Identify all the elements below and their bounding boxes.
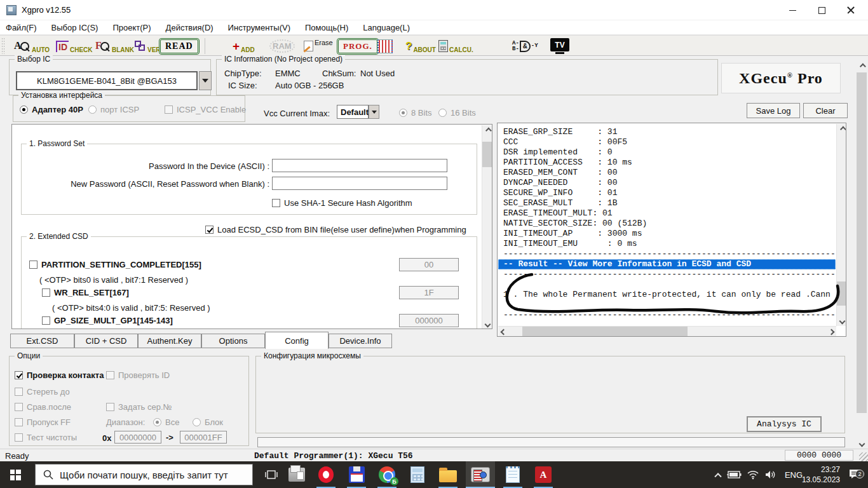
taskbar-icon-acrobat[interactable]: A [529, 461, 558, 488]
range-all-radio[interactable]: Все [153, 417, 179, 427]
taskbar-icon-chrome[interactable]: Б [372, 461, 402, 488]
bits16-radio[interactable]: 16 Bits [438, 108, 476, 118]
erase-button[interactable]: Erase [304, 36, 333, 57]
clean-test-checkbox[interactable]: Тест чистоты [15, 433, 77, 442]
check-button[interactable]: ID CHECK [56, 36, 93, 57]
vcc-dropdown-button[interactable] [369, 105, 379, 119]
new-password-input[interactable] [272, 177, 447, 190]
tray-expand-button[interactable] [710, 461, 726, 488]
analysys-ic-button[interactable]: Analysys IC [747, 416, 822, 432]
scroll-right-button[interactable] [826, 327, 836, 337]
blank-button[interactable]: F BLANK [95, 36, 134, 57]
tab-options[interactable]: Options [201, 334, 265, 348]
auto-button[interactable]: A AUTO [14, 36, 50, 57]
notification-center-button[interactable]: 2 [844, 461, 865, 488]
check-id-checkbox[interactable]: Проверять ID [106, 370, 170, 380]
taskbar-icon-explorer[interactable] [433, 461, 463, 488]
main-vscrollbar[interactable] [857, 61, 867, 449]
logic-gate-button[interactable]: A- B- & -Y [512, 36, 538, 57]
skip-ff-checkbox[interactable]: Пропуск FF [15, 417, 71, 427]
scrollbar-thumb[interactable] [837, 281, 846, 306]
taskbar-icon-calculator[interactable] [403, 461, 432, 488]
gp-size-mult-value[interactable]: 000000 [399, 314, 459, 327]
addr-to-input[interactable]: 000001FF [180, 431, 227, 444]
addr-from-input[interactable]: 00000000 [114, 431, 161, 444]
bits8-radio[interactable]: 8 Bits [399, 108, 432, 118]
vcc-combobox[interactable]: Default [337, 105, 369, 119]
pin-check-checkbox[interactable]: Проверка контакта PIN [15, 370, 120, 380]
close-button[interactable] [836, 0, 865, 20]
menu-actions[interactable]: Действия(D) [166, 23, 214, 32]
range-block-radio[interactable]: Блок [193, 417, 223, 427]
scroll-up-button[interactable] [857, 61, 867, 71]
load-ecsd-checkbox[interactable]: Load ECSD_CSD from BIN file(else user de… [205, 225, 466, 234]
scrollbar-thumb[interactable] [857, 72, 867, 413]
ic-select-combobox[interactable]: KLM8G1GEME-B041_8Bit @BGA153 [16, 71, 198, 90]
partition-setting-checkbox[interactable]: PARTITION_SETTING_COMPLETED[155] [29, 260, 201, 269]
menubar: Файл(F) Выбор IC(S) Проект(P) Действия(D… [0, 20, 868, 35]
maximize-button[interactable] [807, 0, 836, 20]
wr-rel-set-checkbox[interactable]: WR_REL_SET[167] [42, 288, 129, 297]
log-text[interactable]: ERASE_GRP_SIZE : 31 CCC : 00F5 DSR imple… [498, 124, 836, 326]
add-button[interactable]: + ADD [233, 36, 255, 57]
scroll-up-button[interactable] [482, 125, 492, 135]
gp-size-mult-checkbox[interactable]: GP_SIZE_MULT_GP1[145-143] [42, 316, 173, 325]
serial-number-checkbox[interactable]: Задать сер.№ [106, 402, 172, 412]
scroll-down-button[interactable] [482, 319, 492, 329]
resize-grip[interactable] [859, 452, 868, 461]
start-button[interactable] [0, 461, 31, 488]
taskbar-clock[interactable]: 23:27 13.05.2023 [804, 461, 840, 488]
tab-authent-key[interactable]: Authent.Key [138, 334, 201, 348]
chip-test-button[interactable] [377, 36, 393, 57]
scroll-up-button[interactable] [837, 124, 846, 134]
adapter-40p-radio[interactable]: Адаптер 40P [20, 105, 83, 114]
wr-rel-set-value[interactable]: 1F [399, 286, 459, 299]
clear-button[interactable]: Clear [803, 103, 848, 118]
volume-indicator[interactable] [763, 461, 779, 488]
partition-setting-value[interactable]: 00 [399, 258, 459, 271]
wifi-indicator[interactable] [745, 461, 761, 488]
log-result-row[interactable]: -- Result -- View More Information in EC… [498, 259, 836, 269]
tab-device-info[interactable]: Device.Info [329, 334, 392, 348]
icsp-port-radio[interactable]: порт ICSP [88, 105, 139, 114]
menu-tools[interactable]: Инструменты(V) [228, 23, 290, 32]
menu-help[interactable]: Помощь(H) [305, 23, 348, 32]
log-vscrollbar[interactable] [836, 124, 846, 326]
read-button[interactable]: READ [159, 36, 200, 57]
chrome-profile-badge: Б [390, 477, 398, 485]
menu-select-ic[interactable]: Выбор IC(S) [51, 23, 98, 32]
taskbar-icon-opera[interactable] [311, 461, 341, 488]
prog-button[interactable]: PROG. [337, 36, 379, 57]
calcu-button[interactable]: CALCU. [438, 36, 473, 57]
scrollbar-thumb[interactable] [482, 142, 492, 167]
config-panel-scrollbar[interactable] [482, 125, 492, 329]
erase-before-checkbox[interactable]: Стереть до [15, 387, 70, 396]
taskbar-icon-notepad[interactable] [498, 461, 527, 488]
compare-after-checkbox[interactable]: Срав.после [15, 402, 71, 412]
menu-language[interactable]: Language(L) [363, 23, 410, 32]
tab-cid-csd[interactable]: CID + CSD [74, 334, 138, 348]
tab-ext-csd[interactable]: Ext.CSD [10, 334, 74, 348]
scroll-down-button[interactable] [837, 316, 846, 326]
ram-button[interactable]: RAM [269, 36, 295, 57]
scrollbar-thumb[interactable] [522, 327, 688, 337]
password-device-input[interactable] [272, 159, 447, 172]
scroll-left-button[interactable] [498, 327, 508, 337]
scroll-down-button[interactable] [857, 438, 867, 449]
taskbar-icon-floppy[interactable] [342, 461, 371, 488]
log-hscrollbar[interactable] [498, 326, 836, 336]
tab-config[interactable]: Config [265, 332, 329, 349]
taskbar-search-input[interactable]: Щоби почати пошук, введіть запит тут [35, 464, 253, 485]
taskbar-icon-xgpro[interactable] [466, 461, 495, 488]
battery-indicator[interactable] [724, 461, 743, 488]
sha1-checkbox[interactable]: Use SHA-1 Secure Hash Algorithm [272, 198, 412, 208]
menu-file[interactable]: Файл(F) [6, 23, 37, 32]
save-log-button[interactable]: Save Log [747, 103, 800, 118]
ic-select-dropdown-button[interactable] [199, 71, 212, 90]
minimize-button[interactable] [778, 0, 807, 20]
taskbar-icon-scanner[interactable] [282, 461, 311, 488]
icsp-vcc-checkbox[interactable]: ICSP_VCC Enable [165, 105, 246, 114]
menu-project[interactable]: Проект(P) [112, 23, 151, 32]
tv-button[interactable]: TV [550, 36, 569, 57]
about-button[interactable]: ? ABOUT [405, 36, 436, 57]
